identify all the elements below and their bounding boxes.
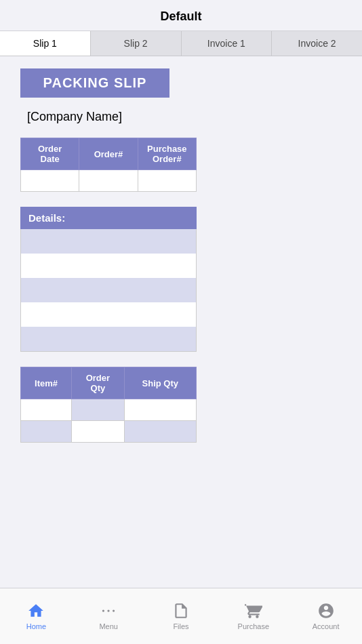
packing-slip-title: PACKING SLIP [20, 68, 169, 98]
nav-item-account[interactable]: Account [289, 588, 362, 644]
menu-icon [100, 602, 117, 620]
account-icon [317, 602, 335, 620]
details-row [21, 302, 196, 327]
nav-item-files[interactable]: Files [145, 588, 218, 644]
order-qty-cell[interactable] [72, 399, 124, 421]
ship-qty-header: Ship Qty [124, 367, 196, 399]
order-date-header: OrderDate [21, 138, 79, 170]
order-date-cell[interactable] [21, 170, 79, 192]
nav-item-home[interactable]: Home [0, 588, 73, 644]
details-row [21, 254, 196, 278]
company-name: [Company Name] [27, 110, 342, 124]
svg-point-1 [108, 609, 110, 611]
tab-slip2[interactable]: Slip 2 [91, 31, 182, 56]
item-num-cell[interactable] [21, 421, 72, 443]
nav-label-purchase: Purchase [238, 622, 269, 630]
home-icon [27, 602, 45, 620]
items-table: Item# OrderQty Ship Qty [20, 367, 197, 443]
details-body [20, 229, 197, 352]
bottom-nav: Home Menu Files Purchase Account [0, 588, 362, 644]
details-section: Details: [20, 207, 197, 352]
files-icon [172, 602, 190, 620]
purchase-icon [245, 602, 262, 620]
purchase-order-header: PurchaseOrder# [138, 138, 196, 170]
nav-label-files: Files [173, 622, 188, 630]
ship-qty-cell[interactable] [124, 399, 196, 421]
item-num-header: Item# [21, 367, 72, 399]
order-num-header: Order# [79, 138, 138, 170]
order-table: OrderDate Order# PurchaseOrder# [20, 138, 197, 192]
order-qty-cell[interactable] [72, 421, 124, 443]
tab-slip1[interactable]: Slip 1 [0, 31, 91, 56]
order-table-row [21, 170, 197, 192]
main-content: PACKING SLIP [Company Name] OrderDate Or… [0, 56, 362, 584]
details-header: Details: [20, 207, 197, 229]
order-qty-header: OrderQty [72, 367, 124, 399]
items-table-row [21, 421, 197, 443]
tab-invoice1[interactable]: Invoice 1 [182, 31, 273, 56]
page-title: Default [160, 9, 201, 23]
nav-label-home: Home [26, 622, 46, 630]
top-tab-bar: Slip 1 Slip 2 Invoice 1 Invoice 2 [0, 31, 362, 56]
items-table-row [21, 399, 197, 421]
item-num-cell[interactable] [21, 399, 72, 421]
svg-point-0 [102, 609, 104, 611]
nav-label-menu: Menu [99, 622, 118, 630]
svg-point-2 [113, 609, 115, 611]
details-row [21, 278, 196, 302]
details-row [21, 229, 196, 254]
tab-invoice2[interactable]: Invoice 2 [272, 31, 362, 56]
packing-slip-banner: PACKING SLIP [20, 68, 342, 110]
ship-qty-cell[interactable] [124, 421, 196, 443]
details-row [21, 327, 196, 351]
nav-item-menu[interactable]: Menu [73, 588, 145, 644]
nav-label-account: Account [313, 622, 340, 630]
nav-item-purchase[interactable]: Purchase [217, 588, 289, 644]
app-header: Default [0, 0, 362, 31]
order-num-cell[interactable] [79, 170, 138, 192]
purchase-order-cell[interactable] [138, 170, 196, 192]
